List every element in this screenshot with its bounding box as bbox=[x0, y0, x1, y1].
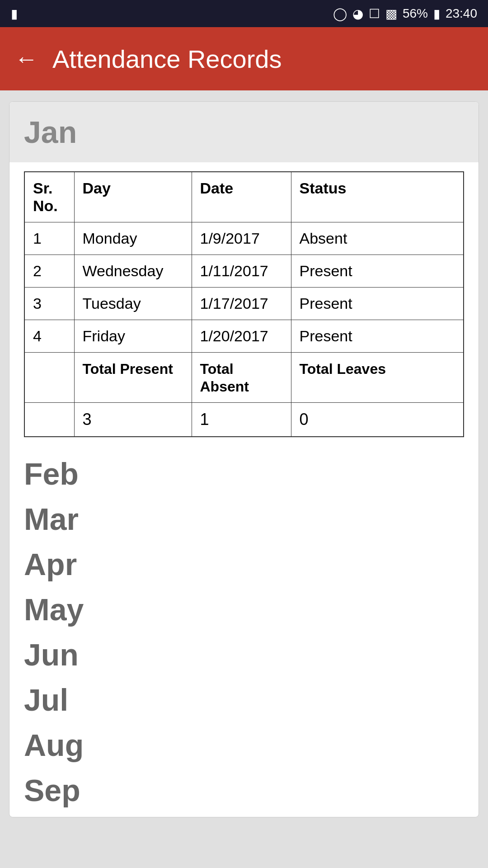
summary-absent-label: Total Absent bbox=[192, 353, 291, 403]
cell-date-3: 1/17/2017 bbox=[192, 288, 291, 320]
cell-sr-1: 1 bbox=[24, 222, 74, 255]
clock: 23:40 bbox=[446, 6, 477, 21]
cell-date-2: 1/11/2017 bbox=[192, 255, 291, 288]
month-item-feb[interactable]: Feb bbox=[24, 448, 464, 493]
signal-icon: ▩ bbox=[385, 6, 397, 21]
summary-present-label: Total Present bbox=[74, 353, 192, 403]
summary-present-value: 3 bbox=[74, 403, 192, 437]
cell-status-4: Present bbox=[291, 320, 464, 353]
jan-month-header[interactable]: Jan bbox=[9, 102, 479, 162]
cell-date-4: 1/20/2017 bbox=[192, 320, 291, 353]
cell-status-2: Present bbox=[291, 255, 464, 288]
header-status: Status bbox=[291, 172, 464, 222]
table-row: 4 Friday 1/20/2017 Present bbox=[24, 320, 464, 353]
summary-value-row: 3 1 0 bbox=[24, 403, 464, 437]
page-title: Attendance Records bbox=[52, 44, 282, 74]
table-row: 3 Tuesday 1/17/2017 Present bbox=[24, 288, 464, 320]
main-content: Jan Sr. No. Day Date Status 1 Monday bbox=[0, 90, 488, 828]
table-row: 1 Monday 1/9/2017 Absent bbox=[24, 222, 464, 255]
cell-date-1: 1/9/2017 bbox=[192, 222, 291, 255]
attendance-card: Jan Sr. No. Day Date Status 1 Monday bbox=[9, 101, 479, 817]
summary-leaves-value: 0 bbox=[291, 403, 464, 437]
cell-sr-2: 2 bbox=[24, 255, 74, 288]
table-header-row: Sr. No. Day Date Status bbox=[24, 172, 464, 222]
summary-leaves-label: Total Leaves bbox=[291, 353, 464, 403]
header-date: Date bbox=[192, 172, 291, 222]
cell-sr-3: 3 bbox=[24, 288, 74, 320]
month-item-sep[interactable]: Sep bbox=[24, 764, 464, 810]
summary-label-row: Total Present Total Absent Total Leaves bbox=[24, 353, 464, 403]
month-item-apr[interactable]: Apr bbox=[24, 538, 464, 584]
attendance-table: Sr. No. Day Date Status 1 Monday 1/9/201… bbox=[24, 171, 464, 437]
cell-day-2: Wednesday bbox=[74, 255, 192, 288]
month-item-aug[interactable]: Aug bbox=[24, 719, 464, 764]
month-list: Feb Mar Apr May Jun Jul Aug Sep bbox=[9, 448, 479, 817]
month-item-mar[interactable]: Mar bbox=[24, 493, 464, 538]
status-bar: ▮ ◯ ◕ ☐ ▩ 56% ▮ 23:40 bbox=[0, 0, 488, 27]
app-bar: ← Attendance Records bbox=[0, 27, 488, 90]
bluetooth-icon: ◯ bbox=[333, 6, 347, 21]
header-sr: Sr. No. bbox=[24, 172, 74, 222]
sim-icon: ☐ bbox=[369, 6, 380, 21]
month-item-may[interactable]: May bbox=[24, 584, 464, 629]
battery-icon: ▮ bbox=[433, 6, 440, 21]
header-day: Day bbox=[74, 172, 192, 222]
jan-month-title: Jan bbox=[24, 115, 77, 149]
cell-status-1: Absent bbox=[291, 222, 464, 255]
wifi-icon: ◕ bbox=[352, 6, 363, 21]
summary-val-empty bbox=[24, 403, 74, 437]
app-icon: ▮ bbox=[11, 6, 18, 21]
jan-table-wrapper: Sr. No. Day Date Status 1 Monday 1/9/201… bbox=[9, 162, 479, 448]
month-item-jun[interactable]: Jun bbox=[24, 629, 464, 674]
table-row: 2 Wednesday 1/11/2017 Present bbox=[24, 255, 464, 288]
cell-sr-4: 4 bbox=[24, 320, 74, 353]
cell-day-4: Friday bbox=[74, 320, 192, 353]
cell-status-3: Present bbox=[291, 288, 464, 320]
cell-day-3: Tuesday bbox=[74, 288, 192, 320]
summary-absent-value: 1 bbox=[192, 403, 291, 437]
month-item-jul[interactable]: Jul bbox=[24, 674, 464, 719]
battery-percent: 56% bbox=[403, 6, 428, 21]
cell-day-1: Monday bbox=[74, 222, 192, 255]
summary-sr-empty bbox=[24, 353, 74, 403]
back-button[interactable]: ← bbox=[14, 45, 38, 72]
